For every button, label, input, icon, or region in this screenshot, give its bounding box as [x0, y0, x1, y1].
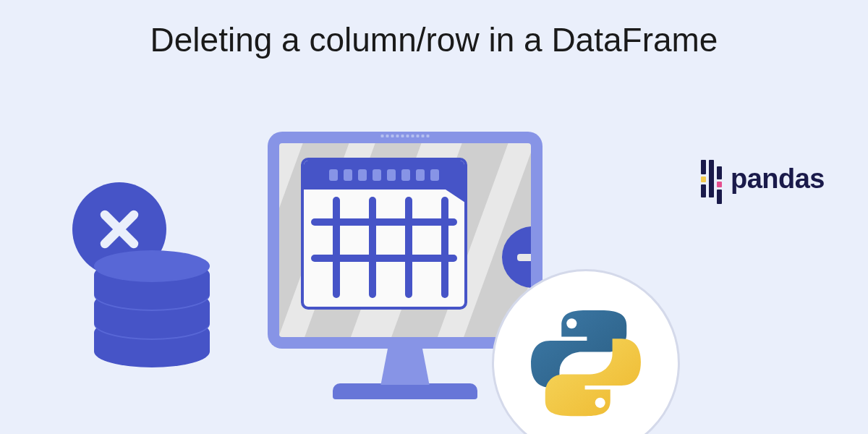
database-icon	[94, 247, 210, 378]
grid-icon	[301, 158, 467, 310]
pandas-logo-text: pandas	[731, 163, 825, 195]
pandas-logo-icon	[701, 153, 722, 204]
python-logo-icon	[521, 298, 651, 428]
pandas-logo: pandas	[701, 153, 825, 204]
database-delete-group	[94, 247, 210, 378]
illustration-container: pandas	[0, 59, 868, 421]
page-title: Deleting a column/row in a DataFrame	[0, 0, 868, 59]
svg-point-1	[595, 398, 605, 408]
svg-point-0	[566, 318, 576, 328]
